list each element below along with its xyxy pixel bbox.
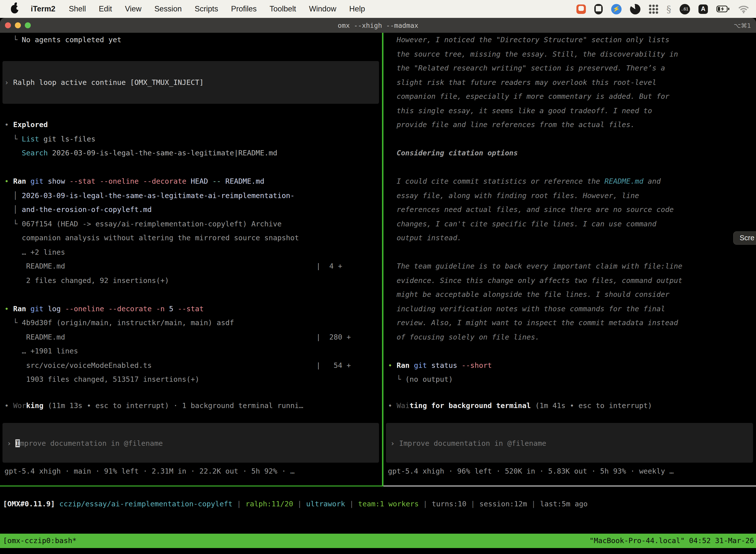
text-segment: • — [4, 304, 13, 313]
left-terminal-pane[interactable]: └ No agents completed yet› Ralph loop ac… — [0, 33, 382, 487]
text-segment: king — [26, 402, 44, 409]
terminal-line: Considering citation options — [388, 146, 756, 160]
text-segment: team:1 workers — [358, 500, 419, 508]
terminal-line: • Working (11m 13s • esc to interrupt) ·… — [4, 399, 382, 413]
text-segment: | — [419, 500, 432, 508]
menu-item-shell[interactable]: Shell — [62, 4, 92, 13]
keyboard-layout-icon[interactable]: A — [698, 4, 708, 14]
terminal-line: slight risk that future readers may over… — [388, 75, 756, 89]
dots-grid-icon[interactable] — [649, 4, 658, 14]
right-pane-output: However, I noticed the "Directory Struct… — [383, 33, 756, 386]
text-segment: essay file, along with finding root file… — [388, 191, 639, 199]
text-segment: List — [22, 135, 39, 143]
chat-icon[interactable] — [576, 4, 586, 14]
terminal-line — [4, 61, 382, 75]
terminal-line — [4, 104, 382, 118]
terminal-line: └ 4b9d30f (origin/main, instructkr/main,… — [4, 316, 382, 330]
text-segment: • — [4, 402, 13, 409]
text-segment: • — [388, 361, 397, 369]
terminal-line: this single essay, it seems like a good … — [388, 104, 756, 118]
window-title: omx --xhigh --madmax — [0, 21, 756, 29]
text-segment: I could cite commit statistics or refere… — [388, 177, 605, 185]
text-segment: src/voice/voiceModeEnabled.ts | 54 + — [4, 361, 351, 369]
terminal-line: including verification notes with those … — [388, 301, 756, 316]
terminal-line — [388, 344, 756, 358]
apple-logo-icon[interactable] — [11, 5, 18, 13]
terminal-line: │ and-the-erosion-of-copyleft.md — [4, 203, 382, 217]
text-segment: However, I noticed the "Directory Struct… — [388, 36, 670, 44]
menu-item-view[interactable]: View — [119, 4, 148, 13]
text-segment: --stat — [178, 304, 204, 313]
text-segment: 1903 files changed, 513517 insertions(+) — [4, 375, 199, 383]
model-status-text: gpt-5.4 xhigh · main · 91% left · 2.31M … — [4, 464, 382, 478]
text-segment: Ran — [13, 177, 30, 185]
terminal-line: references need actual files, and since … — [388, 203, 756, 217]
text-segment: changes, I can't cite specific file line… — [388, 220, 656, 228]
terminal-line: evidence. Since this change only affects… — [388, 273, 756, 287]
menu-item-help[interactable]: Help — [343, 4, 372, 13]
right-pane-bottom-border — [383, 486, 756, 487]
gauge-icon[interactable]: ..61 — [680, 4, 690, 14]
text-segment: 067f154 (HEAD -> essay/ai-reimplementati… — [22, 220, 282, 228]
tmux-session-name: [omx-cczip0:bash* — [0, 534, 77, 548]
text-segment: Considering citation options — [388, 149, 518, 157]
right-working-status: • Waiting for background terminal (1m 41… — [383, 399, 756, 413]
shield-icon[interactable] — [594, 4, 603, 14]
text-segment: of focusing solely on file lines. — [388, 333, 540, 341]
text-segment: log — [48, 304, 65, 313]
record-icon[interactable] — [630, 4, 640, 14]
terminal-line: of focusing solely on file lines. — [388, 330, 756, 344]
text-segment: this single essay, it seems like a good … — [388, 107, 652, 114]
terminal-line: might be acceptable alongside the file l… — [388, 287, 756, 301]
text-segment: (no output) — [405, 375, 453, 383]
terminal-line: › Improve documentation in @filename — [7, 436, 379, 450]
menu-item-toolbelt[interactable]: Toolbelt — [263, 4, 303, 13]
badge-glyph: ⚡ — [612, 5, 620, 13]
text-segment: might be acceptable alongside the file l… — [388, 290, 670, 298]
terminal-line: companion analysis without altering the … — [4, 231, 382, 245]
terminal-line: The team guideline is to back every impo… — [388, 259, 756, 273]
text-segment: Ran — [13, 304, 30, 313]
text-segment: git — [414, 361, 431, 369]
left-input-box[interactable]: › Improve documentation in @filename — [2, 423, 379, 463]
menu-item-scripts[interactable]: Scripts — [188, 4, 225, 13]
text-segment: evidence. Since this change only affects… — [388, 276, 682, 284]
battery-icon[interactable] — [716, 5, 730, 12]
terminal-line — [388, 132, 756, 146]
menu-item-window[interactable]: Window — [303, 4, 343, 13]
terminal-line: src/voice/voiceModeEnabled.ts | 54 + — [4, 358, 382, 372]
right-model-status: gpt-5.4 xhigh · 96% left · 520K in · 5.8… — [383, 464, 756, 478]
squiggle-icon[interactable]: § — [667, 3, 671, 14]
menu-item-profiles[interactable]: Profiles — [225, 4, 263, 13]
text-segment: (1m 41s • esc to interrupt) — [531, 402, 652, 409]
text-segment: companion file, especially if more comme… — [388, 92, 670, 100]
text-segment: › — [7, 439, 16, 447]
text-segment: | — [527, 500, 540, 508]
text-segment: Wai — [397, 402, 410, 409]
right-terminal-pane[interactable]: However, I noticed the "Directory Struct… — [383, 33, 756, 487]
text-segment: cczip/essay/ai-reimplementation-copyleft — [59, 500, 233, 508]
text-segment: | — [293, 500, 306, 508]
badge-icon[interactable]: ⚡ — [611, 4, 621, 14]
text-segment: README.md | 280 + — [4, 333, 351, 341]
terminal-line: the "Related research writing" section i… — [388, 61, 756, 75]
text-segment: Search — [22, 149, 48, 157]
text-segment: git — [30, 177, 48, 185]
window-title-bar[interactable]: omx --xhigh --madmax ⌥⌘1 — [0, 18, 756, 33]
terminal-line: │ 2026-03-09-is-legal-the-same-as-legiti… — [4, 188, 382, 203]
menu-item-session[interactable]: Session — [148, 4, 188, 13]
terminal-line: [OMX#0.11.9] cczip/essay/ai-reimplementa… — [3, 497, 756, 511]
terminal-line: • Waiting for background terminal (1m 41… — [388, 399, 756, 413]
wifi-icon[interactable] — [738, 5, 749, 13]
text-segment: └ — [4, 220, 22, 228]
left-pane-bottom-border — [0, 486, 382, 487]
text-segment: README.md — [226, 177, 264, 185]
menu-item-iterm2[interactable]: iTerm2 — [24, 4, 62, 13]
text-segment: --stat --oneline --decorate — [69, 177, 191, 185]
terminal-line: provide file and line references from th… — [388, 118, 756, 132]
terminal-content: └ No agents completed yet› Ralph loop ac… — [0, 33, 756, 554]
menu-item-edit[interactable]: Edit — [92, 4, 118, 13]
terminal-line — [4, 89, 382, 104]
right-input-box[interactable]: › Improve documentation in @filename — [386, 423, 753, 463]
terminal-line: … +2 lines — [4, 245, 382, 259]
